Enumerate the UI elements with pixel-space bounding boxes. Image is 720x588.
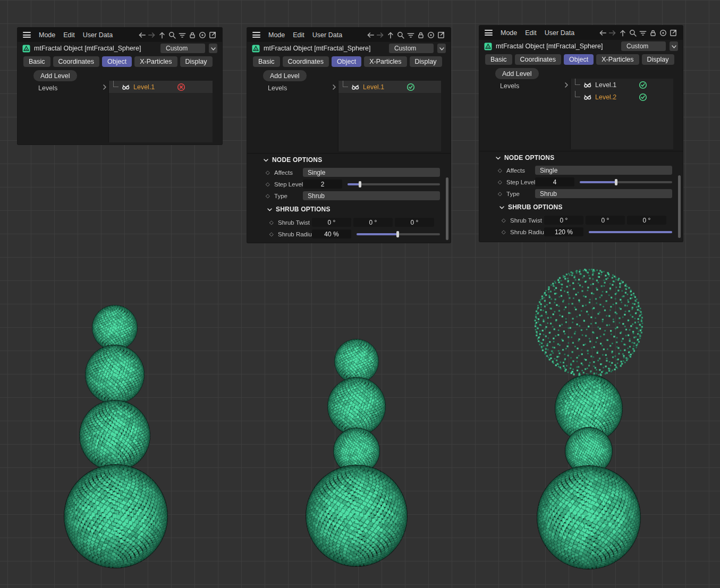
- vertical-scrollbar[interactable]: [678, 175, 681, 238]
- tab-display[interactable]: Display: [642, 54, 674, 65]
- tab-x-particles[interactable]: X-Particles: [596, 54, 639, 65]
- shrub-twist-y-input[interactable]: 0 °: [353, 218, 393, 227]
- key-diamond-icon[interactable]: ◇: [498, 167, 506, 173]
- preset-arrow-button[interactable]: [670, 41, 678, 51]
- key-diamond-icon[interactable]: ◇: [498, 179, 506, 185]
- key-diamond-icon[interactable]: ◇: [266, 181, 274, 187]
- lock-icon[interactable]: [417, 31, 425, 39]
- key-diamond-icon[interactable]: ◇: [502, 229, 510, 235]
- preset-dropdown[interactable]: Custom: [389, 44, 434, 53]
- shrub-radius-input[interactable]: 40 %: [312, 229, 351, 238]
- back-icon[interactable]: [598, 29, 607, 37]
- hamburger-menu-icon[interactable]: [23, 32, 31, 38]
- menu-edit[interactable]: Edit: [63, 31, 75, 39]
- target-icon[interactable]: [427, 31, 435, 39]
- status-error-icon[interactable]: [177, 83, 185, 91]
- back-icon[interactable]: [138, 31, 146, 39]
- shrub-options-header[interactable]: SHRUB OPTIONS: [479, 203, 683, 211]
- shrub-twist-z-input[interactable]: 0 °: [627, 216, 666, 225]
- menu-mode[interactable]: Mode: [39, 31, 55, 39]
- arrow-up-icon[interactable]: [158, 31, 166, 39]
- hamburger-menu-icon[interactable]: [485, 30, 493, 36]
- arrow-up-icon[interactable]: [386, 31, 395, 39]
- target-icon[interactable]: [659, 29, 667, 37]
- status-ok-icon[interactable]: [639, 81, 647, 89]
- target-icon[interactable]: [198, 31, 207, 39]
- external-link-icon[interactable]: [437, 31, 445, 39]
- arrow-up-icon[interactable]: [619, 29, 627, 37]
- add-level-button[interactable]: Add Level: [263, 70, 307, 81]
- tab-display[interactable]: Display: [410, 56, 442, 67]
- step-level-input[interactable]: 2: [303, 180, 342, 189]
- tab-coordinates[interactable]: Coordinates: [283, 56, 329, 67]
- shrub-twist-z-input[interactable]: 0 °: [395, 218, 434, 227]
- node-options-header[interactable]: NODE OPTIONS: [479, 154, 683, 162]
- node-options-header[interactable]: NODE OPTIONS: [247, 156, 451, 164]
- type-dropdown[interactable]: Shrub: [303, 191, 440, 200]
- shrub-radius-slider[interactable]: [357, 233, 440, 235]
- menu-edit[interactable]: Edit: [293, 31, 304, 39]
- level-row[interactable]: Level.2: [571, 91, 673, 103]
- search-icon[interactable]: [396, 31, 405, 39]
- step-level-slider[interactable]: [580, 181, 672, 183]
- menu-mode[interactable]: Mode: [268, 31, 285, 39]
- tab-display[interactable]: Display: [180, 56, 213, 67]
- step-level-slider[interactable]: [348, 183, 440, 185]
- chevron-right-icon[interactable]: [563, 82, 570, 88]
- tab-coordinates[interactable]: Coordinates: [515, 54, 561, 65]
- menu-user-data[interactable]: User Data: [83, 31, 113, 39]
- slider-handle[interactable]: [359, 181, 361, 188]
- add-level-button[interactable]: Add Level: [33, 70, 77, 81]
- menu-user-data[interactable]: User Data: [545, 29, 574, 37]
- affects-dropdown[interactable]: Single: [535, 166, 672, 175]
- shrub-radius-slider[interactable]: [589, 231, 672, 233]
- tab-object[interactable]: Object: [564, 54, 594, 65]
- key-diamond-icon[interactable]: ◇: [269, 231, 278, 237]
- filter-icon[interactable]: [178, 31, 187, 39]
- back-icon[interactable]: [366, 31, 375, 39]
- tab-x-particles[interactable]: X-Particles: [364, 56, 406, 67]
- preset-dropdown[interactable]: Custom: [160, 44, 205, 53]
- tab-object[interactable]: Object: [102, 56, 132, 67]
- menu-mode[interactable]: Mode: [501, 29, 517, 37]
- affects-dropdown[interactable]: Single: [303, 168, 440, 177]
- forward-icon[interactable]: [376, 31, 385, 39]
- shrub-options-header[interactable]: SHRUB OPTIONS: [247, 205, 451, 214]
- tab-coordinates[interactable]: Coordinates: [53, 56, 99, 67]
- status-ok-icon[interactable]: [639, 93, 647, 101]
- vertical-scrollbar[interactable]: [446, 177, 448, 240]
- search-icon[interactable]: [629, 29, 637, 37]
- chevron-right-icon[interactable]: [331, 84, 337, 90]
- status-ok-icon[interactable]: [406, 83, 415, 91]
- external-link-icon[interactable]: [208, 31, 217, 39]
- type-dropdown[interactable]: Shrub: [535, 189, 672, 198]
- tab-basic[interactable]: Basic: [253, 56, 280, 67]
- filter-icon[interactable]: [406, 31, 415, 39]
- step-level-input[interactable]: 4: [535, 177, 574, 186]
- preset-arrow-button[interactable]: [209, 44, 217, 53]
- key-diamond-icon[interactable]: ◇: [266, 193, 274, 199]
- shrub-radius-input[interactable]: 120 %: [544, 227, 583, 236]
- key-diamond-icon[interactable]: ◇: [269, 219, 278, 225]
- chevron-right-icon[interactable]: [101, 84, 108, 90]
- preset-dropdown[interactable]: Custom: [621, 41, 666, 51]
- slider-handle[interactable]: [396, 231, 399, 237]
- search-icon[interactable]: [168, 31, 176, 39]
- preset-arrow-button[interactable]: [437, 44, 446, 53]
- filter-icon[interactable]: [639, 29, 647, 37]
- key-diamond-icon[interactable]: ◇: [498, 191, 506, 197]
- slider-handle[interactable]: [615, 179, 617, 185]
- external-link-icon[interactable]: [669, 29, 677, 37]
- lock-icon[interactable]: [188, 31, 197, 39]
- shrub-twist-y-input[interactable]: 0 °: [586, 216, 625, 225]
- tab-basic[interactable]: Basic: [23, 56, 50, 67]
- hamburger-menu-icon[interactable]: [252, 32, 260, 38]
- tab-basic[interactable]: Basic: [485, 54, 512, 65]
- level-row[interactable]: Level.1: [338, 81, 441, 93]
- key-diamond-icon[interactable]: ◇: [502, 217, 510, 223]
- forward-icon[interactable]: [148, 31, 156, 39]
- lock-icon[interactable]: [649, 29, 657, 37]
- tab-x-particles[interactable]: X-Particles: [134, 56, 177, 67]
- shrub-twist-x-input[interactable]: 0 °: [544, 216, 583, 225]
- level-row[interactable]: Level.1: [571, 79, 673, 91]
